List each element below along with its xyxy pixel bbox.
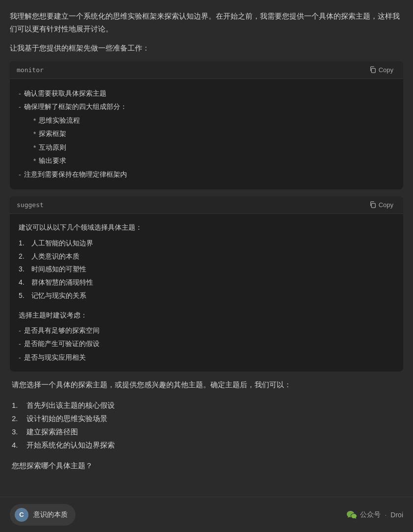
monitor-copy-button[interactable]: Copy — [366, 65, 396, 75]
conclusion-step-1-num: 1. — [12, 399, 24, 412]
conclusion-step-4: 4. 开始系统化的认知边界探索 — [12, 438, 401, 452]
conclusion-step-1: 1. 首先列出该主题的核心假设 — [12, 399, 401, 412]
bullet-dash: - — [19, 101, 21, 114]
user-label: 意识的本质 — [33, 510, 68, 519]
suggest-block-header: suggest Copy — [10, 196, 403, 214]
monitor-sub-item-3: * 互动原则 — [33, 141, 394, 155]
monitor-sub-item-2-text: 探索框架 — [39, 127, 66, 140]
conclusion-step-3-num: 3. — [12, 425, 24, 438]
suggest-intro: 建议可以从以下几个领域选择具体主题： — [19, 221, 394, 234]
monitor-copy-label: Copy — [379, 66, 393, 74]
monitor-block-label: monitor — [17, 66, 44, 74]
tips-item-2-text: 是否能产生可验证的假设 — [24, 337, 100, 350]
monitor-item-3-text: 注意到需要保持在物理定律框架内 — [24, 168, 127, 181]
wechat-icon — [346, 509, 357, 520]
conclusion-step-4-text: 开始系统化的认知边界探索 — [26, 438, 115, 452]
suggest-item-5-text: 记忆与现实的关系 — [31, 289, 86, 302]
suggest-num-4: 4. — [19, 276, 29, 289]
bullet-star: * — [33, 128, 36, 141]
suggest-num-3: 3. — [19, 263, 29, 276]
suggest-copy-label: Copy — [379, 201, 393, 209]
monitor-block-content: - 确认需要获取具体探索主题 - 确保理解了框架的四大组成部分： * 思维实验流… — [10, 79, 403, 189]
tips-item-1: - 是否具有足够的探索空间 — [19, 324, 394, 338]
bullet-dash: - — [19, 168, 21, 182]
bullet-star: * — [33, 141, 36, 155]
monitor-block-header: monitor Copy — [10, 61, 403, 79]
suggest-item-3-text: 时间感知的可塑性 — [31, 263, 86, 276]
tips-item-3-text: 是否与现实应用相关 — [24, 351, 86, 364]
tips-item-2: - 是否能产生可验证的假设 — [19, 337, 394, 351]
suggest-block-content: 建议可以从以下几个领域选择具体主题： 1. 人工智能的认知边界 2. 人类意识的… — [10, 214, 403, 372]
suggest-num-2: 2. — [19, 250, 29, 263]
suggest-block: suggest Copy 建议可以从以下几个领域选择具体主题： 1. 人工智能的… — [10, 196, 403, 372]
brand-dot: · — [385, 511, 387, 519]
conclusion-step-2: 2. 设计初始的思维实验场景 — [12, 412, 401, 425]
svg-rect-1 — [371, 204, 375, 208]
monitor-sub-item-1-text: 思维实验流程 — [39, 114, 80, 127]
suggest-num-1: 1. — [19, 237, 29, 250]
monitor-item-2: - 确保理解了框架的四大组成部分： — [19, 100, 394, 114]
monitor-item-2-text: 确保理解了框架的四大组成部分： — [24, 100, 127, 113]
suggest-item-4: 4. 群体智慧的涌现特性 — [19, 276, 394, 289]
suggest-numbered-list: 1. 人工智能的认知边界 2. 人类意识的本质 3. 时间感知的可塑性 4. 群… — [19, 237, 394, 302]
tips-item-1-text: 是否具有足够的探索空间 — [24, 324, 100, 337]
suggest-block-label: suggest — [17, 201, 44, 209]
tips-section: 选择主题时建议考虑： - 是否具有足够的探索空间 - 是否能产生可验证的假设 -… — [19, 309, 394, 364]
wechat-brand: 公众号 · Droi — [346, 509, 403, 520]
monitor-sub-item-4: * 输出要求 — [33, 154, 394, 168]
bullet-star: * — [33, 114, 36, 128]
suggest-item-1: 1. 人工智能的认知边界 — [19, 237, 394, 250]
monitor-item-1: - 确认需要获取具体探索主题 — [19, 87, 394, 101]
conclusion-list: 1. 首先列出该主题的核心假设 2. 设计初始的思维实验场景 3. 建立探索路径… — [12, 399, 401, 452]
brand-name: Droi — [390, 511, 403, 519]
conclusion-step-1-text: 首先列出该主题的核心假设 — [26, 399, 115, 412]
bottom-bar: C 意识的本质 公众号 · Droi — [0, 497, 413, 532]
conclusion-step-2-text: 设计初始的思维实验场景 — [26, 412, 107, 425]
user-chip[interactable]: C 意识的本质 — [10, 504, 76, 526]
suggest-item-3: 3. 时间感知的可塑性 — [19, 263, 394, 276]
final-question: 您想探索哪个具体主题？ — [12, 459, 401, 472]
conclusion-step-4-num: 4. — [12, 438, 24, 452]
prepare-text: 让我基于您提供的框架先做一些准备工作： — [10, 42, 403, 54]
conclusion-step-3-text: 建立探索路径图 — [26, 425, 78, 438]
svg-rect-0 — [371, 68, 375, 73]
monitor-item-1-text: 确认需要获取具体探索主题 — [24, 87, 106, 100]
bullet-star: * — [33, 155, 36, 168]
intro-paragraph-1: 我理解您想要建立一个系统化的思维实验框架来探索认知边界。在开始之前，我需要您提供… — [10, 10, 403, 35]
bullet-dash: - — [19, 351, 21, 365]
conclusion-step-2-num: 2. — [12, 412, 24, 425]
monitor-sub-item-3-text: 互动原则 — [39, 141, 66, 154]
suggest-copy-button[interactable]: Copy — [366, 200, 396, 210]
conclusion-section: 请您选择一个具体的探索主题，或提供您感兴趣的其他主题。确定主题后，我们可以： 1… — [10, 378, 403, 472]
conclusion-text: 请您选择一个具体的探索主题，或提供您感兴趣的其他主题。确定主题后，我们可以： — [12, 378, 401, 391]
suggest-num-5: 5. — [19, 289, 29, 302]
monitor-block: monitor Copy - 确认需要获取具体探索主题 - 确保理解了框架的四大… — [10, 61, 403, 189]
tips-intro: 选择主题时建议考虑： — [19, 309, 394, 322]
avatar: C — [15, 508, 28, 522]
tips-item-3: - 是否与现实应用相关 — [19, 351, 394, 365]
monitor-sub-item-1: * 思维实验流程 — [33, 114, 394, 128]
suggest-item-5: 5. 记忆与现实的关系 — [19, 289, 394, 302]
suggest-item-4-text: 群体智慧的涌现特性 — [31, 276, 93, 289]
main-container: 我理解您想要建立一个系统化的思维实验框架来探索认知边界。在开始之前，我需要您提供… — [0, 0, 413, 528]
bullet-dash: - — [19, 338, 21, 351]
bullet-dash: - — [19, 324, 21, 338]
suggest-item-2: 2. 人类意识的本质 — [19, 250, 394, 263]
suggest-item-2-text: 人类意识的本质 — [31, 250, 79, 263]
monitor-sub-item-2: * 探索框架 — [33, 127, 394, 141]
monitor-sub-item-4-text: 输出要求 — [39, 154, 66, 167]
monitor-item-3: - 注意到需要保持在物理定律框架内 — [19, 168, 394, 182]
copy-icon — [369, 201, 376, 208]
copy-icon — [369, 66, 376, 73]
conclusion-step-3: 3. 建立探索路径图 — [12, 425, 401, 438]
bullet-dash: - — [19, 87, 21, 101]
suggest-item-1-text: 人工智能的认知边界 — [31, 237, 93, 250]
wechat-text: 公众号 — [360, 510, 381, 519]
